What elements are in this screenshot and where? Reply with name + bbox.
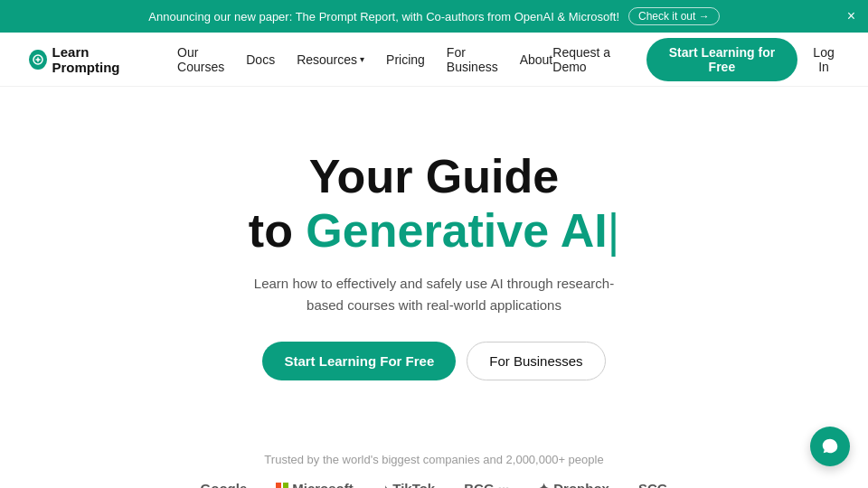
- nav-docs[interactable]: Docs: [246, 52, 275, 67]
- nav-right: Request a Demo Start Learning for Free L…: [552, 38, 839, 81]
- nav-about[interactable]: About: [520, 52, 553, 67]
- hero-headline-line2-plain: to: [249, 204, 307, 257]
- trusted-section: Trusted by the world's biggest companies…: [0, 426, 868, 488]
- nav-for-business[interactable]: For Business: [447, 45, 498, 74]
- dropbox-logo: ✦ Dropbox: [538, 481, 609, 488]
- nav-our-courses[interactable]: Our Courses: [177, 45, 224, 74]
- close-banner-button[interactable]: ×: [847, 9, 855, 23]
- google-logo: Google: [201, 481, 248, 488]
- hero-headline-green: Generative AI: [306, 204, 607, 257]
- microsoft-grid-icon: [276, 483, 288, 488]
- logo-link[interactable]: Learn Prompting: [29, 44, 148, 75]
- login-button[interactable]: Log In: [808, 45, 839, 74]
- nav-pricing[interactable]: Pricing: [386, 52, 425, 67]
- announcement-text: Announcing our new paper: The Prompt Rep…: [148, 10, 619, 23]
- nav-links: Our Courses Docs Resources Pricing For B…: [177, 45, 552, 74]
- nav-resources[interactable]: Resources: [297, 52, 364, 67]
- start-learning-button[interactable]: Start Learning for Free: [646, 38, 797, 81]
- logo-text: Learn Prompting: [52, 44, 149, 75]
- hero-ctas: Start Learning For Free For Businesses: [262, 342, 605, 380]
- hero-headline-cursor: |: [608, 204, 620, 257]
- logo-icon: [29, 50, 47, 70]
- announcement-banner: Announcing our new paper: The Prompt Rep…: [0, 0, 868, 33]
- hero-start-button[interactable]: Start Learning For Free: [262, 342, 456, 380]
- scg-logo: SCG: [638, 481, 668, 488]
- chat-button[interactable]: [810, 427, 850, 466]
- hero-subtext: Learn how to effectively and safely use …: [244, 273, 624, 316]
- trusted-logos: Google Microsoft ♪ TikTok BCG ··· ✦ Drop…: [201, 481, 668, 488]
- trusted-text: Trusted by the world's biggest companies…: [264, 453, 603, 466]
- check-it-out-button[interactable]: Check it out →: [628, 7, 720, 25]
- hero-businesses-button[interactable]: For Businesses: [467, 342, 605, 380]
- bcg-logo: BCG ···: [464, 481, 509, 488]
- tiktok-logo: ♪ TikTok: [382, 481, 435, 488]
- chat-icon: [820, 436, 840, 456]
- hero-headline: Your Guide to Generative AI|: [249, 150, 619, 258]
- hero-section: Your Guide to Generative AI| Learn how t…: [0, 87, 868, 426]
- hero-headline-line1: Your Guide: [309, 150, 559, 202]
- request-demo-link[interactable]: Request a Demo: [552, 45, 635, 74]
- microsoft-logo: Microsoft: [276, 481, 354, 488]
- main-nav: Learn Prompting Our Courses Docs Resourc…: [0, 33, 868, 87]
